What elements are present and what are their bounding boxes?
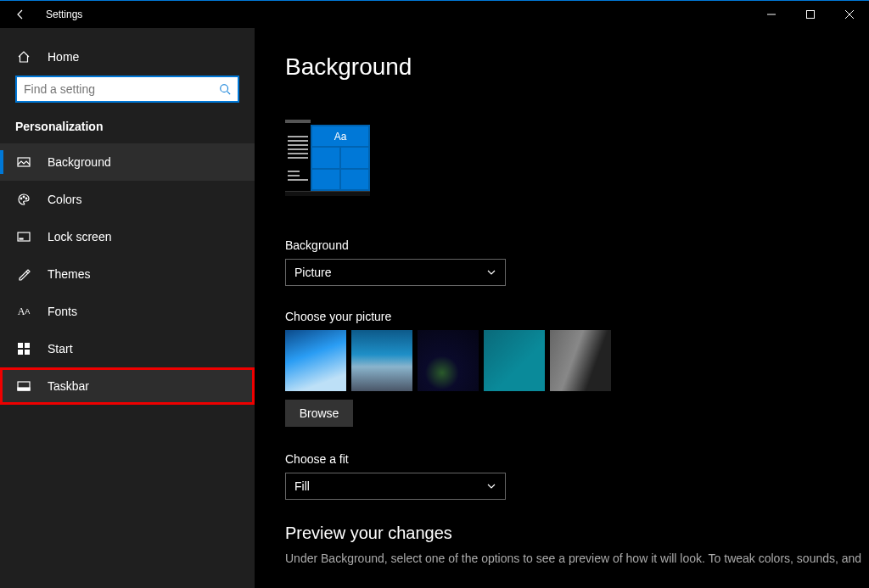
desktop-preview: Aa [285,120,869,196]
picture-thumb[interactable] [285,330,346,391]
sidebar-item-label: Start [48,342,73,356]
preview-changes-help: Under Background, select one of the opti… [285,552,869,565]
taskbar-icon [15,378,32,395]
background-select-value: Picture [294,266,332,279]
preview-changes-title: Preview your changes [285,524,869,543]
search-wrap [0,76,255,115]
window-title: Settings [41,8,82,20]
sidebar-item-label: Fonts [48,305,77,318]
page-title: Background [285,53,869,81]
svg-rect-7 [20,238,23,239]
sidebar-item-fonts[interactable]: AA Fonts [0,293,255,330]
picture-thumb[interactable] [484,330,545,391]
preview-thumbnail: Aa [285,120,370,196]
content: Background Aa [255,28,869,588]
body: Home Personalization Background Color [0,28,869,588]
picture-thumb[interactable] [550,330,611,391]
sidebar: Home Personalization Background Color [0,28,255,588]
fonts-icon: AA [15,303,32,320]
svg-rect-11 [25,350,30,355]
maximize-icon [806,10,815,19]
minimize-button[interactable] [752,1,791,28]
background-select[interactable]: Picture [285,259,506,286]
sidebar-item-label: Background [48,155,111,169]
sidebar-item-lockscreen[interactable]: Lock screen [0,218,255,255]
choose-picture-label: Choose your picture [285,310,869,323]
svg-point-3 [20,198,22,199]
picture-thumb[interactable] [351,330,412,391]
settings-window: Settings Home Persona [0,0,869,588]
maximize-button[interactable] [791,1,830,28]
sidebar-item-start[interactable]: Start [0,330,255,367]
search-box[interactable] [15,76,239,103]
fit-label: Choose a fit [285,452,869,466]
sidebar-item-label: Taskbar [48,379,89,393]
svg-rect-10 [18,350,23,355]
close-icon [845,10,854,19]
svg-rect-0 [807,11,815,19]
sidebar-category: Personalization [0,115,255,143]
sidebar-item-themes[interactable]: Themes [0,255,255,293]
search-input[interactable] [24,82,219,96]
themes-icon [15,266,32,283]
background-label: Background [285,238,869,252]
sidebar-item-background[interactable]: Background [0,143,255,181]
svg-rect-8 [18,343,23,348]
palette-icon [15,191,32,208]
sidebar-item-colors[interactable]: Colors [0,181,255,218]
sidebar-item-label: Lock screen [48,230,111,244]
browse-button[interactable]: Browse [285,400,353,427]
picture-icon [15,154,32,171]
preview-tile: Aa [312,126,368,146]
sidebar-item-label: Themes [48,267,91,281]
close-button[interactable] [830,1,869,28]
arrow-left-icon [14,8,27,21]
start-icon [15,340,32,357]
chevron-down-icon [486,267,496,277]
lockscreen-icon [15,228,32,245]
svg-point-5 [25,198,27,199]
sidebar-item-label: Colors [48,193,81,206]
fit-select-value: Fill [294,479,310,493]
svg-point-4 [23,196,25,198]
svg-rect-2 [18,158,30,166]
home-icon [15,48,32,65]
titlebar: Settings [0,1,869,28]
chevron-down-icon [486,481,496,491]
sidebar-home[interactable]: Home [0,38,255,76]
picture-thumbs [285,330,869,391]
sidebar-item-taskbar[interactable]: Taskbar [0,367,255,405]
sidebar-home-label: Home [48,50,79,64]
fit-select[interactable]: Fill [285,473,506,500]
search-icon [219,83,231,95]
svg-rect-13 [18,388,30,390]
svg-point-1 [221,85,228,92]
picture-thumb[interactable] [418,330,479,391]
back-button[interactable] [0,1,41,28]
minimize-icon [767,10,776,19]
svg-rect-9 [25,343,30,348]
